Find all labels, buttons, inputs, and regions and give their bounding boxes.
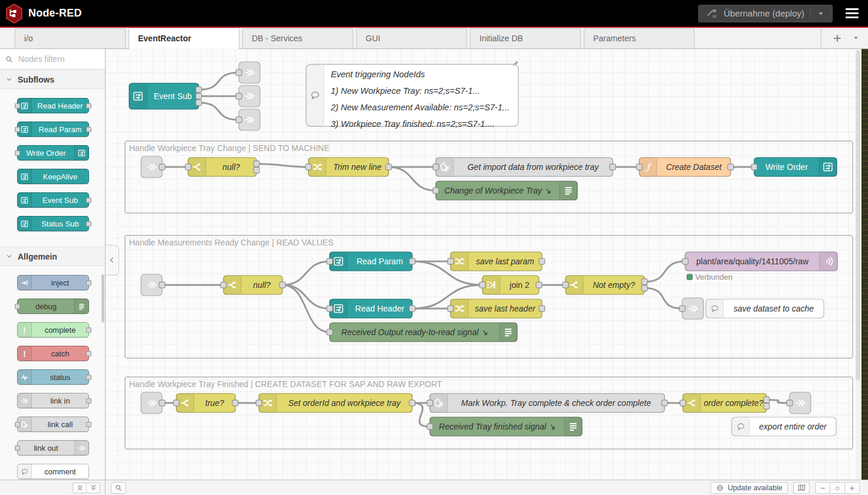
palette-node-label: Read Header xyxy=(32,101,88,110)
flow-node-comment-cache[interactable]: save dataset to cache xyxy=(706,299,824,318)
palette-node-keepalive[interactable]: KeepAlive xyxy=(17,169,89,184)
node-label: Trim new line xyxy=(333,162,382,172)
flow-node-link-c[interactable] xyxy=(236,109,260,130)
flow-node-mqtt[interactable]: plant/area/quality/1411005/rawVerbunden xyxy=(682,252,837,281)
palette-node-link-out[interactable]: link out xyxy=(17,440,89,455)
flow-node-mark-workp[interactable]: Mark Workp. Tray complete & check order … xyxy=(427,394,668,412)
palette-node-comment[interactable]: comment xyxy=(17,464,89,479)
flow-group-g1[interactable]: Handle Workpiece Tray Change | SEND TO M… xyxy=(125,141,853,213)
palette-expand-all-button[interactable] xyxy=(86,483,100,493)
tab-eventreactor[interactable]: EventReactor xyxy=(129,28,239,49)
flow-node-true-sw[interactable]: true? xyxy=(173,394,238,412)
node-output-port xyxy=(86,103,91,109)
flow-node-link-b[interactable] xyxy=(236,86,260,107)
palette-collapse-button[interactable] xyxy=(106,245,119,276)
deploy-button[interactable]: Übernahme (deploy) xyxy=(698,5,833,22)
flow-node-debug-tray[interactable]: Change of Workpiece Tray ↘ xyxy=(433,181,577,200)
comment-icon xyxy=(20,467,29,476)
flow-node-link-out-2[interactable] xyxy=(679,298,703,319)
add-flow-icon[interactable] xyxy=(832,33,843,44)
wire xyxy=(767,400,790,403)
menu-button[interactable] xyxy=(846,8,859,18)
node-label: Write Order xyxy=(765,162,808,172)
palette-scrollbar[interactable] xyxy=(101,274,104,323)
navigator-button[interactable] xyxy=(793,482,810,494)
flow-node-get-import[interactable]: Get import data from workpiece tray xyxy=(433,158,616,176)
flow-comment-note[interactable]: Event triggering NodeIds1) New Workpiece… xyxy=(306,61,518,129)
node-label: Get import data from workpiece tray xyxy=(468,162,600,172)
flow-node-save-param[interactable]: save last param xyxy=(448,252,545,271)
flow-canvas[interactable]: Handle Workpiece Tray Change | SEND TO M… xyxy=(106,49,862,480)
flow-node-save-header[interactable]: save last header xyxy=(448,299,545,318)
node-port xyxy=(159,164,165,170)
tab-initialize-db[interactable]: Initialize DB xyxy=(470,28,581,48)
palette-node-read-header[interactable]: Read Header xyxy=(17,98,89,113)
palette-node-link-in[interactable]: link in xyxy=(17,393,89,408)
flow-node-comment-export[interactable]: export entire order xyxy=(732,417,836,436)
tab-db-services[interactable]: DB - Services xyxy=(242,28,353,48)
flow-node-null-2[interactable]: null? xyxy=(221,276,285,294)
node-port xyxy=(409,258,415,264)
palette-node-event-sub[interactable]: Event Sub xyxy=(17,192,89,208)
link-in-icon xyxy=(20,396,29,405)
flow-node-null-1[interactable]: null? xyxy=(185,158,259,176)
flow-node-read-header[interactable]: Read Header xyxy=(327,299,415,318)
update-available-button[interactable]: Update available xyxy=(711,482,788,494)
palette-node-complete[interactable]: complete xyxy=(17,322,89,337)
node-port xyxy=(539,306,545,312)
palette-section-allgemein[interactable]: Allgemein xyxy=(0,247,105,266)
flow-node-event-sub[interactable]: Event Sub xyxy=(129,83,202,109)
palette-node-catch[interactable]: catch xyxy=(17,346,89,361)
subflow-icon xyxy=(20,125,29,134)
zoom-in-button[interactable]: + xyxy=(844,482,860,494)
flow-node-debug-received-tray[interactable]: Received Tray finished signal ↘ xyxy=(427,417,582,436)
palette-node-read-param[interactable]: Read Param xyxy=(17,122,89,137)
flow-node-read-param[interactable]: Read Param xyxy=(327,252,415,271)
zoom-out-button[interactable]: − xyxy=(815,482,830,494)
deploy-caret-icon[interactable] xyxy=(817,9,825,18)
palette-collapse-all-button[interactable] xyxy=(73,483,87,493)
wire xyxy=(282,285,330,309)
flow-node-debug-received-output[interactable]: Received Output ready-to-read signal ↘ xyxy=(327,323,517,342)
flow-node-not-empty[interactable]: Not empty? xyxy=(563,276,647,294)
subflow-icon xyxy=(20,219,29,228)
node-red-app: Node-RED Übernahme (deploy) i/oEventReac… xyxy=(0,0,868,495)
flow-node-trim[interactable]: Trim new line xyxy=(305,158,392,176)
node-port xyxy=(159,282,165,288)
palette-node-write-order[interactable]: Write Order xyxy=(17,145,89,160)
palette-node-inject[interactable]: inject xyxy=(17,275,89,290)
wire xyxy=(645,288,682,309)
tab-i-o[interactable]: i/o xyxy=(15,28,126,48)
canvas-search-button[interactable] xyxy=(111,482,126,494)
flow-node-create-dataset[interactable]: ƒCreate Dataset xyxy=(636,158,734,176)
flow-node-link-a[interactable] xyxy=(236,62,260,83)
flow-node-link-in-1[interactable] xyxy=(141,156,165,178)
flow-node-link-in-2[interactable] xyxy=(141,274,165,296)
node-label: save last param xyxy=(476,257,534,266)
node-label: Not empty? xyxy=(593,280,635,290)
link-out-icon xyxy=(74,440,88,455)
flow-node-write-order[interactable]: Write Order xyxy=(751,158,837,176)
flow-group-g3[interactable]: Handle Workpiece Tray Finished | CREATE … xyxy=(125,377,853,449)
flow-node-link-in-3[interactable] xyxy=(141,392,165,414)
node-input-port xyxy=(15,127,20,132)
flow-node-link-out-3[interactable] xyxy=(787,392,811,414)
flow-node-set-orderid[interactable]: Set orderId and workpiece tray xyxy=(256,394,415,412)
flow-list-caret-icon[interactable] xyxy=(852,34,860,42)
tab-parameters[interactable]: Parameters xyxy=(584,28,695,48)
palette-node-debug[interactable]: debug xyxy=(17,299,89,314)
comment-icon xyxy=(18,464,32,479)
node-port xyxy=(433,164,439,170)
flow-svg: Handle Workpiece Tray Change | SEND TO M… xyxy=(106,49,862,480)
palette-search-input[interactable] xyxy=(17,54,94,64)
flow-node-order-complete[interactable]: order complete? xyxy=(680,394,770,412)
palette-node-link-call[interactable]: link call xyxy=(17,417,89,432)
palette-node-status[interactable]: status xyxy=(17,369,89,385)
palette-node-status-sub[interactable]: Status Sub xyxy=(17,216,89,231)
canvas-scrollbar[interactable] xyxy=(856,50,860,478)
tab-gui[interactable]: GUI xyxy=(356,28,467,48)
palette-section-subflows[interactable]: Subflows xyxy=(0,70,105,89)
flow-node-join-2[interactable]: join 2 xyxy=(479,276,542,294)
zoom-reset-button[interactable]: ○ xyxy=(830,482,845,494)
node-port xyxy=(610,164,616,170)
